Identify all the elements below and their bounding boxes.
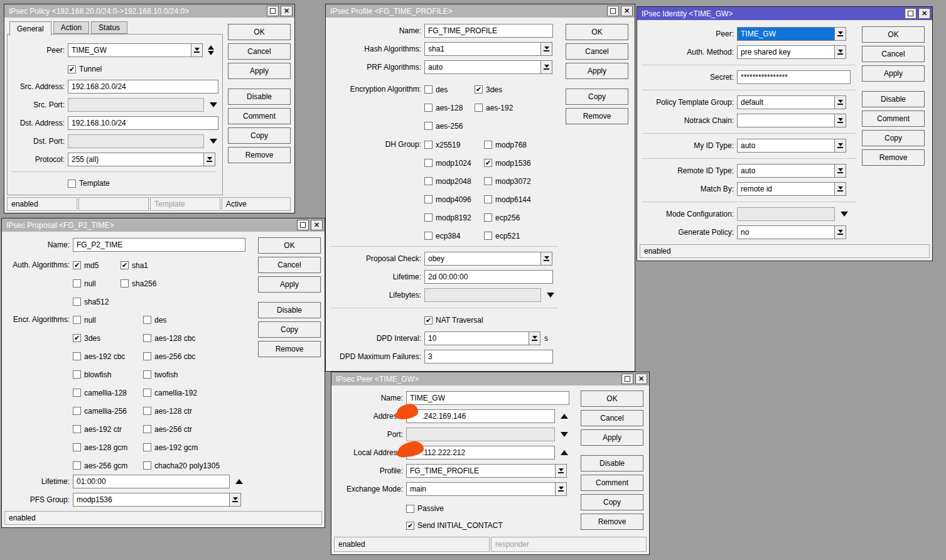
disable-button[interactable]: Disable xyxy=(862,91,925,107)
close-button[interactable]: ✕ xyxy=(311,220,323,230)
aes-256-checkbox[interactable] xyxy=(424,122,433,130)
match-by-dropdown-button[interactable] xyxy=(834,182,846,196)
null-checkbox[interactable] xyxy=(73,316,81,324)
remove-button[interactable]: Remove xyxy=(228,147,291,163)
match-by-combobox[interactable]: remote id xyxy=(737,182,835,196)
cancel-button[interactable]: Cancel xyxy=(258,257,321,273)
proposal-check-dropdown-button[interactable] xyxy=(540,252,552,266)
copy-button[interactable]: Copy xyxy=(862,130,925,146)
aes-128-gcm-checkbox[interactable] xyxy=(73,443,81,451)
modp4096-checkbox[interactable] xyxy=(424,195,433,203)
lifetime-input[interactable]: 2d 00:00:00 xyxy=(424,270,553,284)
dpd-max-failures-input[interactable]: 3 xyxy=(424,350,553,363)
lifebytes-expand-icon[interactable] xyxy=(547,293,554,298)
ok-button[interactable]: OK xyxy=(566,24,628,40)
name-input[interactable]: FG_P2_TIME xyxy=(73,238,245,252)
lifetime-input[interactable]: 01:00:00 xyxy=(73,475,230,488)
ecp384-checkbox[interactable] xyxy=(424,232,433,240)
blowfish-checkbox[interactable] xyxy=(73,370,81,379)
mode-configuration-input[interactable] xyxy=(737,207,835,221)
close-button[interactable]: ✕ xyxy=(621,6,633,16)
ok-button[interactable]: OK xyxy=(228,24,291,40)
maximize-button[interactable] xyxy=(621,374,633,384)
aes-128-cbc-checkbox[interactable] xyxy=(143,334,151,342)
copy-button[interactable]: Copy xyxy=(566,89,628,105)
remove-button[interactable]: Remove xyxy=(258,341,321,357)
lifebytes-input[interactable] xyxy=(424,288,541,302)
secret-input[interactable]: **************** xyxy=(737,70,851,84)
hash-algorithms-combobox[interactable]: sha1 xyxy=(424,42,541,56)
apply-button[interactable]: Apply xyxy=(581,429,643,446)
chacha20-poly1305-checkbox[interactable] xyxy=(143,461,151,470)
notrack-chain-dropdown-button[interactable] xyxy=(834,114,846,127)
modp1536-checkbox[interactable]: ✔ xyxy=(484,159,492,167)
maximize-button[interactable] xyxy=(607,6,619,16)
aes-192-cbc-checkbox[interactable] xyxy=(73,352,81,360)
x25519-checkbox[interactable] xyxy=(424,141,433,149)
maximize-button[interactable] xyxy=(297,220,309,230)
twofish-checkbox[interactable] xyxy=(143,370,151,379)
modp2048-checkbox[interactable] xyxy=(424,177,433,185)
modp1024-checkbox[interactable] xyxy=(424,159,433,167)
dpd-interval-dropdown-button[interactable] xyxy=(529,331,540,345)
des-checkbox[interactable] xyxy=(143,316,151,324)
copy-button[interactable]: Copy xyxy=(258,321,321,338)
ok-button[interactable]: OK xyxy=(862,26,925,43)
aes-192-gcm-checkbox[interactable] xyxy=(143,443,151,451)
remove-button[interactable]: Remove xyxy=(862,149,925,166)
template-checkbox[interactable] xyxy=(68,180,76,188)
aes-192-ctr-checkbox[interactable] xyxy=(73,425,81,433)
sha256-checkbox[interactable] xyxy=(121,279,129,288)
modp768-checkbox[interactable] xyxy=(484,141,492,149)
peer-combobox[interactable]: TIME_GW xyxy=(737,27,835,41)
send-initial-contact-checkbox[interactable]: ✔ xyxy=(406,522,414,530)
notrack-chain-combobox[interactable] xyxy=(737,114,835,127)
remote-id-type-dropdown-button[interactable] xyxy=(834,164,846,178)
auth-method-combobox[interactable]: pre shared key xyxy=(737,45,835,59)
peer-dropdown-button[interactable] xyxy=(191,43,203,57)
src-address-input[interactable]: 192.168.20.0/24 xyxy=(68,80,218,94)
apply-button[interactable]: Apply xyxy=(228,63,291,79)
copy-button[interactable]: Copy xyxy=(228,127,291,144)
pfs-group-combobox[interactable]: modp1536 xyxy=(73,493,230,507)
sha1-checkbox[interactable]: ✔ xyxy=(121,261,129,269)
prf-dropdown-button[interactable] xyxy=(540,60,552,74)
aes-192-checkbox[interactable] xyxy=(475,104,483,112)
address-input[interactable]: .242.169.146 xyxy=(406,409,555,423)
sha512-checkbox[interactable] xyxy=(73,298,81,306)
lifetime-collapse-icon[interactable] xyxy=(235,479,243,484)
comment-button[interactable]: Comment xyxy=(228,108,291,124)
cancel-button[interactable]: Cancel xyxy=(862,46,925,62)
exchange-mode-dropdown-button[interactable] xyxy=(555,482,567,496)
dst-address-input[interactable]: 192.168.10.0/24 xyxy=(68,116,218,130)
pfs-group-dropdown-button[interactable] xyxy=(229,493,241,507)
titlebar[interactable]: IPsec Policy <192.168.20.0/24:0->192.168… xyxy=(4,4,294,18)
apply-button[interactable]: Apply xyxy=(862,65,925,82)
mode-configuration-expand-icon[interactable] xyxy=(841,212,848,217)
md5-checkbox[interactable]: ✔ xyxy=(73,261,81,269)
comment-button[interactable]: Comment xyxy=(581,475,643,491)
titlebar[interactable]: IPsec Proposal <FG_P2_TIME> ✕ xyxy=(2,218,325,232)
titlebar[interactable]: IPsec Peer <TIME_GW> ✕ xyxy=(331,372,649,385)
aes-128-ctr-checkbox[interactable] xyxy=(143,407,151,415)
modp8192-checkbox[interactable] xyxy=(424,213,433,222)
peer-dropdown-button[interactable] xyxy=(834,27,846,41)
src-port-input[interactable] xyxy=(68,98,204,112)
name-input[interactable]: FG_TIME_PROFILE xyxy=(424,24,553,38)
titlebar[interactable]: IPsec Identity <TIME_GW> ✕ xyxy=(637,7,932,20)
peer-order-spinner[interactable] xyxy=(208,45,214,55)
profile-combobox[interactable]: FG_TIME_PROFILE xyxy=(406,464,556,478)
camellia-128-checkbox[interactable] xyxy=(73,389,81,397)
tab-action[interactable]: Action xyxy=(53,21,89,34)
auth-method-dropdown-button[interactable] xyxy=(834,45,846,59)
maximize-button[interactable] xyxy=(905,8,916,19)
apply-button[interactable]: Apply xyxy=(566,63,628,79)
copy-button[interactable]: Copy xyxy=(581,494,643,510)
camellia-192-checkbox[interactable] xyxy=(143,389,151,397)
port-input[interactable] xyxy=(406,428,555,441)
generate-policy-dropdown-button[interactable] xyxy=(834,225,846,239)
3des-checkbox[interactable]: ✔ xyxy=(475,85,483,94)
remove-button[interactable]: Remove xyxy=(581,514,643,530)
maximize-button[interactable] xyxy=(267,6,279,16)
protocol-dropdown-button[interactable] xyxy=(203,153,215,166)
